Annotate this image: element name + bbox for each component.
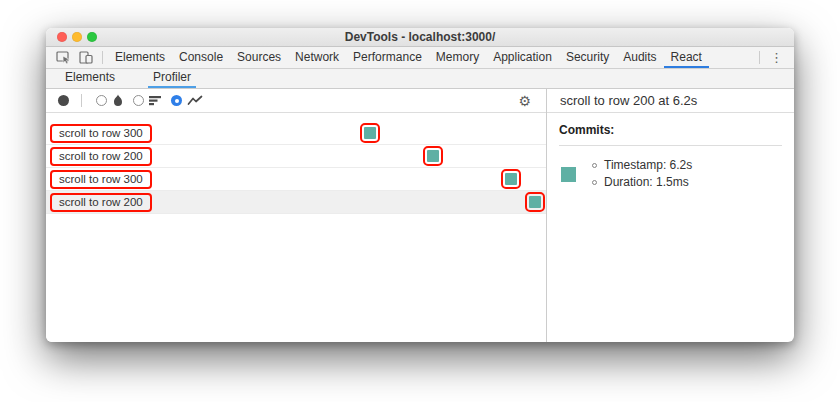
bullet-icon [592, 163, 597, 168]
device-toolbar-button[interactable] [75, 47, 97, 68]
interaction-label[interactable]: scroll to row 300 [50, 170, 152, 189]
commit-color-swatch[interactable] [561, 167, 576, 182]
titlebar[interactable]: DevTools - localhost:3000/ [46, 28, 794, 47]
profiler-body: ⚙ scroll to row 300 scroll to row 200 sc… [46, 89, 794, 342]
tab-react[interactable]: React [664, 47, 709, 68]
commit-properties: Timestamp: 6.2s Duration: 1.5ms [592, 157, 692, 191]
interaction-row-selected[interactable]: scroll to row 200 [46, 191, 546, 214]
close-button[interactable] [57, 32, 67, 42]
zoom-button[interactable] [87, 32, 97, 42]
tab-elements[interactable]: Elements [108, 47, 172, 68]
commit-timestamp: Timestamp: 6.2s [604, 157, 692, 174]
bullet-icon [592, 180, 597, 185]
commits-divider [559, 145, 782, 146]
interactions-zigzag-icon[interactable] [187, 95, 203, 106]
commit-square-icon [364, 127, 376, 139]
commit-marker[interactable] [360, 123, 380, 143]
commits-panel: Commits: Timestamp: 6.2s Duration: 1.5ms [547, 113, 794, 342]
subtab-profiler[interactable]: Profiler [148, 70, 196, 88]
subtab-elements[interactable]: Elements [60, 70, 120, 88]
commit-detail-row[interactable]: Timestamp: 6.2s Duration: 1.5ms [561, 157, 782, 191]
commit-marker[interactable] [423, 146, 443, 166]
flamegraph-radio[interactable] [96, 95, 107, 106]
interaction-row[interactable]: scroll to row 300 [46, 122, 546, 145]
interactions-radio[interactable] [171, 95, 182, 106]
commit-square-icon [529, 196, 541, 208]
selected-interaction-header: scroll to row 200 at 6.2s [547, 89, 794, 113]
details-pane: scroll to row 200 at 6.2s Commits: Times… [546, 89, 794, 342]
tab-console[interactable]: Console [172, 47, 230, 68]
commit-square-icon [427, 150, 439, 162]
react-subtabbar: Elements Profiler [46, 69, 794, 89]
commit-timestamp-row: Timestamp: 6.2s [592, 157, 692, 174]
flame-icon[interactable] [112, 94, 124, 107]
tab-sources[interactable]: Sources [230, 47, 288, 68]
commit-marker[interactable] [525, 192, 545, 212]
tab-memory[interactable]: Memory [429, 47, 486, 68]
desktop-background: DevTools - localhost:3000/ [0, 0, 840, 402]
interactions-pane: ⚙ scroll to row 300 scroll to row 200 sc… [46, 89, 546, 342]
record-button[interactable] [58, 95, 69, 106]
interaction-row[interactable]: scroll to row 300 [46, 168, 546, 191]
kebab-menu-icon[interactable]: ⋮ [765, 47, 788, 68]
tab-network[interactable]: Network [288, 47, 346, 68]
commit-duration: Duration: 1.5ms [604, 174, 689, 191]
commit-marker[interactable] [501, 169, 521, 189]
inspect-element-button[interactable] [52, 47, 75, 68]
tab-application[interactable]: Application [486, 47, 559, 68]
interactions-list: scroll to row 300 scroll to row 200 scro… [46, 113, 546, 342]
commit-duration-row: Duration: 1.5ms [592, 174, 692, 191]
toolbar-divider [81, 94, 82, 107]
tab-security[interactable]: Security [559, 47, 616, 68]
device-toolbar-icon [79, 51, 93, 64]
commits-heading: Commits: [559, 123, 782, 137]
interaction-label[interactable]: scroll to row 300 [50, 124, 152, 143]
toolbar-divider [759, 51, 760, 64]
ranked-radio[interactable] [133, 95, 144, 106]
commit-square-icon [505, 173, 517, 185]
minimize-button[interactable] [72, 32, 82, 42]
devtools-tabbar: Elements Console Sources Network Perform… [46, 47, 794, 69]
inspect-cursor-icon [56, 51, 71, 64]
gear-icon[interactable]: ⚙ [518, 94, 531, 108]
interaction-row[interactable]: scroll to row 200 [46, 145, 546, 168]
interaction-label[interactable]: scroll to row 200 [50, 147, 152, 166]
devtools-window: DevTools - localhost:3000/ [46, 28, 794, 342]
tab-performance[interactable]: Performance [346, 47, 429, 68]
interaction-label[interactable]: scroll to row 200 [50, 193, 152, 212]
tab-audits[interactable]: Audits [616, 47, 663, 68]
profiler-toolbar: ⚙ [46, 89, 546, 113]
ranked-bars-icon[interactable] [149, 95, 162, 106]
traffic-lights [57, 32, 97, 42]
window-title: DevTools - localhost:3000/ [46, 28, 794, 46]
toolbar-divider [102, 51, 103, 64]
